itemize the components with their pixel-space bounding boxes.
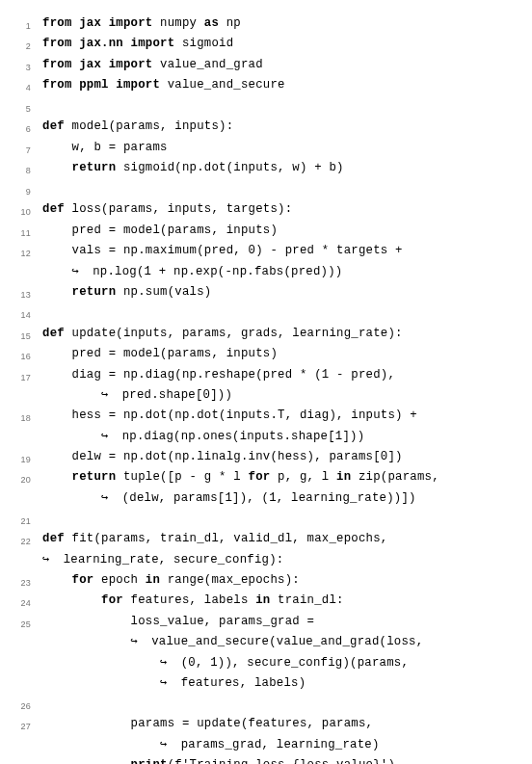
- hookarrow-icon: ↪: [160, 673, 173, 694]
- code-row: 25 loss_value, params_grad =: [0, 612, 520, 632]
- keyword: ppml: [79, 78, 109, 92]
- code-text: params_grad, learning_rate): [173, 738, 380, 751]
- line-number: 18: [0, 406, 42, 426]
- code-row: ↪ np.diag(np.ones(inputs.shape[1])): [0, 427, 520, 447]
- code-line: from ppml import value_and_secure: [42, 75, 520, 95]
- code-row: 7 w, b = params: [0, 138, 520, 158]
- code-row: 13 return np.sum(vals): [0, 282, 520, 303]
- code-row: ↪ value_and_secure(value_and_grad(loss,: [0, 632, 520, 652]
- line-number: 16: [0, 344, 42, 364]
- line-number: 15: [0, 324, 42, 344]
- code-line: ↪ np.diag(np.ones(inputs.shape[1])): [42, 427, 520, 447]
- line-number: [0, 427, 42, 433]
- code-row: 10def loss(params, inputs, targets):: [0, 199, 520, 220]
- line-number: 26: [0, 694, 42, 714]
- code-text: value_and_secure: [160, 78, 285, 92]
- code-row: ↪ np.log(1 + np.exp(-np.fabs(pred))): [0, 262, 520, 282]
- code-line: ↪ (0, 1)), secure_config)(params,: [42, 653, 520, 673]
- code-text: features, labels: [123, 593, 255, 607]
- line-number: 5: [0, 96, 42, 117]
- code-line: def fit(params, train_dl, valid_dl, max_…: [42, 529, 520, 549]
- code-row: 12 vals = np.maximum(pred, 0) - pred * t…: [0, 241, 520, 261]
- hookarrow-icon: ↪: [160, 653, 173, 673]
- line-number: 20: [0, 467, 42, 487]
- keyword: def: [42, 327, 65, 340]
- line-number: [0, 262, 42, 268]
- keyword: for: [101, 593, 123, 607]
- code-text: params = update(features, params,: [131, 717, 374, 730]
- code-row: 26: [0, 694, 520, 714]
- code-text: hess = np.dot(np.dot(inputs.T, diag), in…: [72, 408, 417, 422]
- hookarrow-icon: ↪: [160, 735, 173, 755]
- code-text: w, b = params: [72, 141, 168, 154]
- keyword: jax: [79, 58, 101, 71]
- line-number: 7: [0, 138, 42, 158]
- line-number: [0, 673, 42, 679]
- hookarrow-icon: ↪: [101, 488, 115, 509]
- code-line: hess = np.dot(np.dot(inputs.T, diag), in…: [42, 406, 520, 426]
- code-text: pred.shape[0])): [115, 388, 232, 402]
- line-number: 4: [0, 75, 42, 95]
- code-line: ↪ learning_rate, secure_config):: [42, 550, 520, 570]
- code-row: 15def update(inputs, params, grads, lear…: [0, 324, 520, 344]
- code-line: ↪ value_and_secure(value_and_grad(loss,: [42, 632, 520, 652]
- line-number: 1: [0, 13, 42, 34]
- code-text: vals = np.maximum(pred, 0) - pred * targ…: [72, 244, 403, 257]
- keyword: return: [72, 161, 117, 174]
- code-row: 17 diag = np.diag(np.reshape(pred * (1 -…: [0, 365, 520, 385]
- keyword: in: [146, 573, 160, 587]
- code-text: update(inputs, params, grads, learning_r…: [65, 327, 403, 340]
- code-text: value_and_secure(value_and_grad(loss,: [145, 635, 424, 648]
- code-text: sigmoid: [174, 37, 233, 50]
- code-text: np.diag(np.ones(inputs.shape[1])): [115, 430, 364, 443]
- code-row: 22def fit(params, train_dl, valid_dl, ma…: [0, 529, 520, 549]
- code-row: 27 params = update(features, params,: [0, 714, 520, 734]
- code-line: from jax.nn import sigmoid: [42, 34, 520, 54]
- keyword: import: [109, 58, 153, 71]
- line-number: 25: [0, 612, 42, 632]
- code-text: tuple([p - g * l: [116, 470, 248, 484]
- code-row: 1from jax import numpy as np: [0, 13, 520, 34]
- line-number: 28: [0, 755, 42, 764]
- code-text: [72, 37, 80, 50]
- code-text: np.sum(vals): [116, 285, 211, 299]
- code-row: ↪ learning_rate, secure_config):: [0, 550, 520, 570]
- keyword: for: [249, 470, 271, 484]
- code-text: diag = np.diag(np.reshape(pred * (1 - pr…: [72, 368, 396, 382]
- code-line: ↪ np.log(1 + np.exp(-np.fabs(pred))): [42, 262, 520, 282]
- code-text: [101, 16, 109, 30]
- keyword: def: [42, 119, 65, 133]
- keyword: return: [72, 470, 117, 484]
- code-text: loss_value, params_grad =: [131, 615, 315, 628]
- code-text: train_dl:: [270, 593, 343, 607]
- code-line: pred = model(params, inputs): [42, 221, 520, 241]
- code-text: [72, 16, 80, 30]
- line-number: 3: [0, 55, 42, 75]
- line-number: 10: [0, 199, 42, 220]
- line-number: 24: [0, 591, 42, 611]
- keyword: for: [72, 573, 94, 587]
- code-line: delw = np.dot(np.linalg.inv(hess), param…: [42, 447, 520, 467]
- code-listing: 1from jax import numpy as np2from jax.nn…: [0, 0, 532, 764]
- hookarrow-icon: ↪: [101, 427, 115, 447]
- code-row: ↪ features, labels): [0, 673, 520, 694]
- code-text: np.log(1 + np.exp(-np.fabs(pred))): [86, 265, 343, 278]
- code-line: return sigmoid(np.dot(inputs, w) + b): [42, 158, 520, 178]
- code-row: 5: [0, 96, 520, 117]
- code-line: ↪ params_grad, learning_rate): [42, 735, 520, 755]
- code-line: w, b = params: [42, 138, 520, 158]
- code-text: pred = model(params, inputs): [72, 224, 279, 237]
- line-number: 22: [0, 529, 42, 549]
- code-line: from jax import numpy as np: [42, 13, 520, 34]
- code-row: 2from jax.nn import sigmoid: [0, 34, 520, 54]
- code-line: return tuple([p - g * l for p, g, l in z…: [42, 467, 520, 487]
- code-text: numpy: [152, 16, 203, 30]
- keyword: jax: [79, 16, 101, 30]
- code-line: return np.sum(vals): [42, 282, 520, 303]
- code-row: 4from ppml import value_and_secure: [0, 75, 520, 95]
- code-text: features, labels): [173, 676, 306, 690]
- line-number: 6: [0, 117, 42, 137]
- code-text: model(params, inputs):: [65, 119, 233, 133]
- code-text: [101, 58, 109, 71]
- code-line: diag = np.diag(np.reshape(pred * (1 - pr…: [42, 365, 520, 385]
